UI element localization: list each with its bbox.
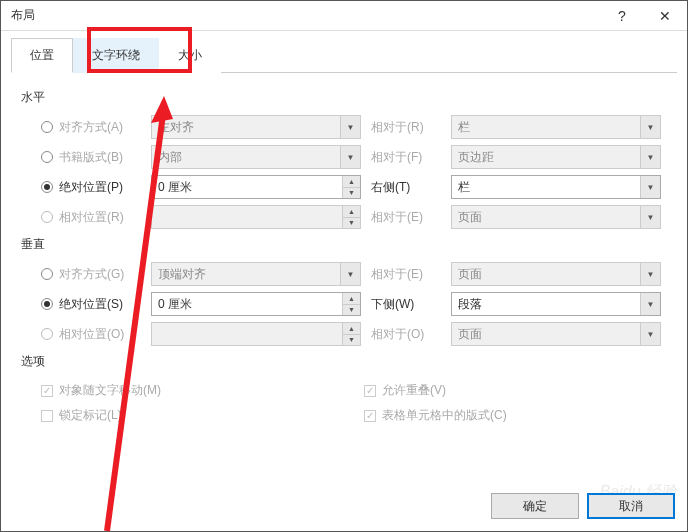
dropdown-icon: ▼ [340, 263, 360, 285]
h-rel-spinner[interactable]: ▲▼ [151, 205, 361, 229]
v-abs-rel-label: 下侧(W) [361, 296, 451, 313]
movewithtext-label: 对象随文字移动(M) [59, 382, 161, 399]
v-rel-rel-select[interactable]: 页面▼ [451, 322, 661, 346]
spin-down-icon[interactable]: ▼ [342, 335, 360, 346]
h-abs-spinner[interactable]: 0 厘米▲▼ [151, 175, 361, 199]
spin-up-icon[interactable]: ▲ [342, 323, 360, 335]
h-rel-rel-label: 相对于(E) [361, 209, 451, 226]
spin-down-icon[interactable]: ▼ [342, 218, 360, 229]
spin-up-icon[interactable]: ▲ [342, 176, 360, 188]
content-area: 水平 对齐方式(A) 左对齐▼ 相对于(R) 栏▼ 书籍版式(B) 内部▼ 相对… [1, 73, 687, 438]
h-book-radio[interactable] [41, 151, 53, 163]
v-align-rel-label: 相对于(E) [361, 266, 451, 283]
dropdown-icon: ▼ [640, 293, 660, 315]
v-abs-radio[interactable] [41, 298, 53, 310]
h-align-label: 对齐方式(A) [59, 119, 123, 136]
ok-button[interactable]: 确定 [491, 493, 579, 519]
help-button[interactable]: ? [602, 8, 642, 24]
h-rel-rel-select[interactable]: 页面▼ [451, 205, 661, 229]
v-abs-rel-select[interactable]: 段落▼ [451, 292, 661, 316]
v-rel-label: 相对位置(O) [59, 326, 124, 343]
dialog-title: 布局 [11, 7, 602, 24]
tablecell-checkbox[interactable]: ✓ [364, 410, 376, 422]
spin-up-icon[interactable]: ▲ [342, 206, 360, 218]
h-abs-label: 绝对位置(P) [59, 179, 123, 196]
horizontal-heading: 水平 [21, 89, 667, 106]
options-heading: 选项 [21, 353, 667, 370]
h-align-radio[interactable] [41, 121, 53, 133]
v-align-select[interactable]: 顶端对齐▼ [151, 262, 361, 286]
v-rel-spinner[interactable]: ▲▼ [151, 322, 361, 346]
h-book-select[interactable]: 内部▼ [151, 145, 361, 169]
spin-down-icon[interactable]: ▼ [342, 305, 360, 316]
dropdown-icon: ▼ [640, 176, 660, 198]
dropdown-icon: ▼ [640, 323, 660, 345]
tab-bar: 位置 文字环绕 大小 [11, 37, 677, 73]
v-align-label: 对齐方式(G) [59, 266, 124, 283]
h-abs-radio[interactable] [41, 181, 53, 193]
cancel-button[interactable]: 取消 [587, 493, 675, 519]
allowoverlap-checkbox[interactable]: ✓ [364, 385, 376, 397]
h-book-label: 书籍版式(B) [59, 149, 123, 166]
v-rel-rel-label: 相对于(O) [361, 326, 451, 343]
tab-position[interactable]: 位置 [11, 38, 73, 73]
v-abs-spinner[interactable]: 0 厘米▲▼ [151, 292, 361, 316]
h-rel-radio[interactable] [41, 211, 53, 223]
v-abs-label: 绝对位置(S) [59, 296, 123, 313]
vertical-heading: 垂直 [21, 236, 667, 253]
lockanchor-label: 锁定标记(L) [59, 407, 122, 424]
allowoverlap-label: 允许重叠(V) [382, 382, 446, 399]
spin-up-icon[interactable]: ▲ [342, 293, 360, 305]
titlebar: 布局 ? ✕ [1, 1, 687, 31]
tab-textwrap[interactable]: 文字环绕 [73, 38, 159, 73]
dropdown-icon: ▼ [340, 146, 360, 168]
h-book-rel-label: 相对于(F) [361, 149, 451, 166]
h-align-select[interactable]: 左对齐▼ [151, 115, 361, 139]
h-align-rel-select[interactable]: 栏▼ [451, 115, 661, 139]
close-button[interactable]: ✕ [642, 8, 687, 24]
tablecell-label: 表格单元格中的版式(C) [382, 407, 507, 424]
h-align-rel-label: 相对于(R) [361, 119, 451, 136]
layout-dialog: 布局 ? ✕ 位置 文字环绕 大小 水平 对齐方式(A) 左对齐▼ 相对于(R)… [0, 0, 688, 532]
h-abs-rel-select[interactable]: 栏▼ [451, 175, 661, 199]
dropdown-icon: ▼ [640, 146, 660, 168]
v-rel-radio[interactable] [41, 328, 53, 340]
dropdown-icon: ▼ [340, 116, 360, 138]
dropdown-icon: ▼ [640, 116, 660, 138]
spin-down-icon[interactable]: ▼ [342, 188, 360, 199]
v-align-rel-select[interactable]: 页面▼ [451, 262, 661, 286]
movewithtext-checkbox[interactable]: ✓ [41, 385, 53, 397]
tab-size[interactable]: 大小 [159, 38, 221, 73]
dropdown-icon: ▼ [640, 206, 660, 228]
v-align-radio[interactable] [41, 268, 53, 280]
h-book-rel-select[interactable]: 页边距▼ [451, 145, 661, 169]
dropdown-icon: ▼ [640, 263, 660, 285]
h-rel-label: 相对位置(R) [59, 209, 124, 226]
h-abs-rel-label: 右侧(T) [361, 179, 451, 196]
lockanchor-checkbox[interactable] [41, 410, 53, 422]
